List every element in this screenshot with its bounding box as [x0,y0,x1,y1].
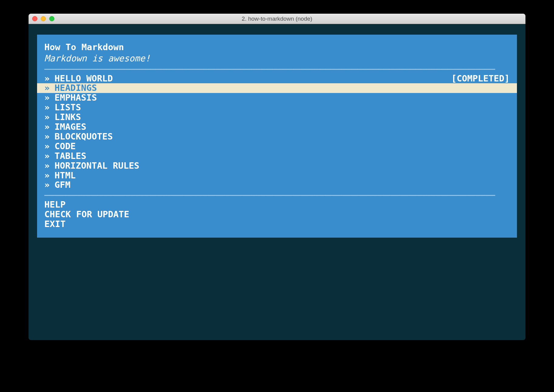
footer-item-help[interactable]: HELP [37,200,517,210]
menu-item-gfm[interactable]: »GFM [37,180,517,190]
menu-item-label: HELLO WORLD [54,74,113,84]
chevron-right-icon: » [44,103,50,112]
footer-item-check-for-update[interactable]: CHECK FOR UPDATE [37,210,517,219]
menu-item-html[interactable]: »HTML [37,171,517,181]
chevron-right-icon: » [44,142,50,151]
menu-item-label: TABLES [54,151,86,161]
titlebar: 2. how-to-markdown (node) [29,14,525,24]
menu-item-left: »BLOCKQUOTES [44,132,113,142]
zoom-button[interactable] [49,16,54,21]
chevron-right-icon: » [44,93,50,103]
menu-item-horizontal-rules[interactable]: »HORIZONTAL RULES [37,161,517,171]
menu-item-label: EMPHASIS [54,93,97,103]
menu-item-left: »HORIZONTAL RULES [44,161,139,171]
menu-item-code[interactable]: »CODE [37,142,517,151]
chevron-right-icon: » [44,83,50,93]
terminal-body: How To Markdown Markdown is awesome! ───… [29,24,525,340]
menu-item-label: HORIZONTAL RULES [54,161,139,171]
menu-item-label: HTML [54,171,76,181]
menu-item-lists[interactable]: »LISTS [37,103,517,112]
chevron-right-icon: » [44,122,50,132]
chevron-right-icon: » [44,132,50,142]
menu-item-left: »CODE [44,142,76,151]
menu-item-blockquotes[interactable]: »BLOCKQUOTES [37,132,517,142]
menu-item-hello-world[interactable]: »HELLO WORLD[COMPLETED] [37,74,517,84]
menu-item-headings[interactable]: »HEADINGS [37,83,517,93]
status-badge: [COMPLETED] [451,74,510,84]
menu-item-left: »EMPHASIS [44,93,97,103]
menu-item-label: GFM [54,180,70,190]
menu-item-left: »HEADINGS [44,83,97,93]
menu-item-label: LINKS [54,112,81,122]
footer-list: HELPCHECK FOR UPDATEEXIT [37,200,517,229]
terminal-window: 2. how-to-markdown (node) How To Markdow… [29,14,525,340]
chevron-right-icon: » [44,161,50,171]
chevron-right-icon: » [44,74,50,84]
minimize-button[interactable] [41,16,46,21]
menu-panel: How To Markdown Markdown is awesome! ───… [37,35,517,238]
close-button[interactable] [32,16,37,21]
menu-item-left: »IMAGES [44,122,86,132]
menu-item-label: BLOCKQUOTES [54,132,113,142]
window-title: 2. how-to-markdown (node) [29,15,525,22]
chevron-right-icon: » [44,171,50,181]
footer-item-exit[interactable]: EXIT [37,219,517,229]
menu-list: »HELLO WORLD[COMPLETED]»HEADINGS»EMPHASI… [37,74,517,190]
menu-item-left: »LINKS [44,112,81,122]
divider-top: ────────────────────────────────────────… [37,65,517,74]
menu-item-label: HEADINGS [54,83,97,93]
menu-item-label: IMAGES [54,122,86,132]
menu-item-left: »TABLES [44,151,86,161]
chevron-right-icon: » [44,112,50,122]
menu-item-tables[interactable]: »TABLES [37,151,517,161]
menu-item-links[interactable]: »LINKS [37,112,517,122]
menu-item-left: »HTML [44,171,76,181]
app-title: How To Markdown [37,42,517,53]
menu-item-left: »LISTS [44,103,81,112]
chevron-right-icon: » [44,151,50,161]
divider-bottom: ────────────────────────────────────────… [37,191,517,200]
menu-item-label: LISTS [54,103,81,112]
menu-item-left: »HELLO WORLD [44,74,113,84]
menu-item-left: »GFM [44,180,70,190]
chevron-right-icon: » [44,180,50,190]
app-subtitle: Markdown is awesome! [37,53,517,64]
menu-item-images[interactable]: »IMAGES [37,122,517,132]
menu-item-emphasis[interactable]: »EMPHASIS [37,93,517,103]
menu-item-label: CODE [54,142,76,151]
traffic-lights [32,16,54,21]
